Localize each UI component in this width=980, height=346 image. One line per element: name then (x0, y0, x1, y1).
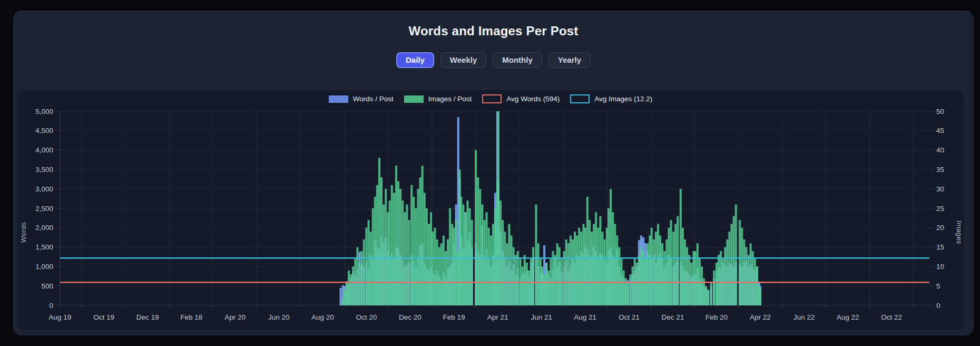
svg-text:30: 30 (936, 185, 944, 193)
weekly-button[interactable]: Weekly (440, 52, 486, 68)
svg-text:Apr 20: Apr 20 (224, 313, 246, 321)
words-series-swatch-icon (329, 95, 348, 103)
svg-text:4,500: 4,500 (35, 127, 53, 134)
svg-text:Dec 20: Dec 20 (399, 313, 422, 321)
svg-text:0: 0 (936, 302, 940, 310)
svg-text:Apr 21: Apr 21 (487, 313, 508, 321)
svg-text:Jun 21: Jun 21 (531, 313, 552, 321)
svg-text:3,500: 3,500 (35, 166, 53, 174)
view-toggle-group: Daily Weekly Monthly Yearly (14, 52, 973, 68)
chart-legend: Words / Post Images / Post Avg Words (59… (17, 94, 964, 103)
svg-text:Oct 20: Oct 20 (356, 313, 377, 321)
svg-text:3,000: 3,000 (35, 185, 53, 193)
svg-text:Feb 18: Feb 18 (180, 313, 202, 321)
svg-text:1,500: 1,500 (35, 243, 53, 251)
svg-text:Oct 21: Oct 21 (619, 313, 640, 321)
svg-text:25: 25 (936, 205, 944, 213)
svg-text:40: 40 (936, 146, 944, 154)
svg-text:Apr 22: Apr 22 (750, 313, 771, 321)
daily-button[interactable]: Daily (396, 52, 434, 68)
svg-text:Jun 20: Jun 20 (268, 313, 290, 321)
legend-label: Avg Words (594) (506, 95, 560, 103)
page-title: Words and Images Per Post (14, 24, 973, 39)
svg-text:5: 5 (936, 282, 940, 290)
svg-text:5,000: 5,000 (35, 108, 53, 116)
svg-text:Dec 21: Dec 21 (661, 313, 684, 321)
svg-text:500: 500 (41, 282, 53, 290)
svg-text:Aug 19: Aug 19 (49, 313, 72, 321)
x-axis-labels: Aug 19Oct 19Dec 19Feb 18Apr 20Jun 20Aug … (49, 313, 902, 321)
svg-text:Feb 19: Feb 19 (443, 313, 465, 321)
yearly-button[interactable]: Yearly (548, 52, 591, 68)
svg-text:20: 20 (936, 224, 944, 232)
chart-panel: Words / Post Images / Post Avg Words (59… (17, 90, 964, 330)
svg-text:Oct 19: Oct 19 (93, 313, 114, 321)
legend-label: Images / Post (428, 95, 472, 103)
legend-label: Words / Post (353, 95, 394, 103)
svg-text:1,000: 1,000 (35, 263, 53, 271)
svg-text:Feb 20: Feb 20 (705, 313, 728, 321)
svg-text:0: 0 (49, 302, 53, 310)
svg-text:35: 35 (936, 166, 944, 174)
legend-item-images[interactable]: Images / Post (404, 95, 472, 103)
svg-text:50: 50 (936, 108, 944, 116)
svg-text:Jun 22: Jun 22 (793, 313, 815, 321)
legend-item-avg-words[interactable]: Avg Words (594) (482, 94, 560, 103)
chart-card: Words and Images Per Post Daily Weekly M… (13, 11, 974, 335)
legend-item-words[interactable]: Words / Post (329, 95, 394, 103)
y-axis-title-images: Images (955, 193, 963, 272)
y-axis-labels-left: 05001,0001,5002,0002,5003,0003,5004,0004… (35, 108, 53, 310)
legend-item-avg-images[interactable]: Avg Images (12.2) (570, 94, 652, 103)
svg-text:Oct 22: Oct 22 (881, 313, 902, 321)
svg-text:10: 10 (936, 263, 944, 271)
svg-text:45: 45 (936, 127, 944, 134)
svg-text:Aug 22: Aug 22 (837, 313, 859, 321)
y-axis-labels-right: 05101520253035404550 (936, 108, 944, 310)
svg-text:Aug 21: Aug 21 (574, 313, 596, 321)
legend-label: Avg Images (12.2) (594, 95, 652, 103)
avg-images-swatch-icon (570, 94, 590, 103)
images-series-swatch-icon (404, 95, 424, 103)
svg-text:2,500: 2,500 (35, 205, 53, 213)
chart-canvas[interactable]: 05001,0001,5002,0002,5003,0003,5004,0004… (17, 90, 964, 330)
avg-words-swatch-icon (482, 94, 502, 103)
svg-text:2,000: 2,000 (35, 224, 53, 232)
svg-text:Aug 20: Aug 20 (311, 313, 334, 321)
svg-text:15: 15 (936, 243, 944, 251)
svg-text:Dec 19: Dec 19 (136, 313, 159, 321)
monthly-button[interactable]: Monthly (493, 52, 542, 68)
y-axis-title-words: Words (19, 193, 27, 272)
svg-text:4,000: 4,000 (35, 146, 53, 154)
